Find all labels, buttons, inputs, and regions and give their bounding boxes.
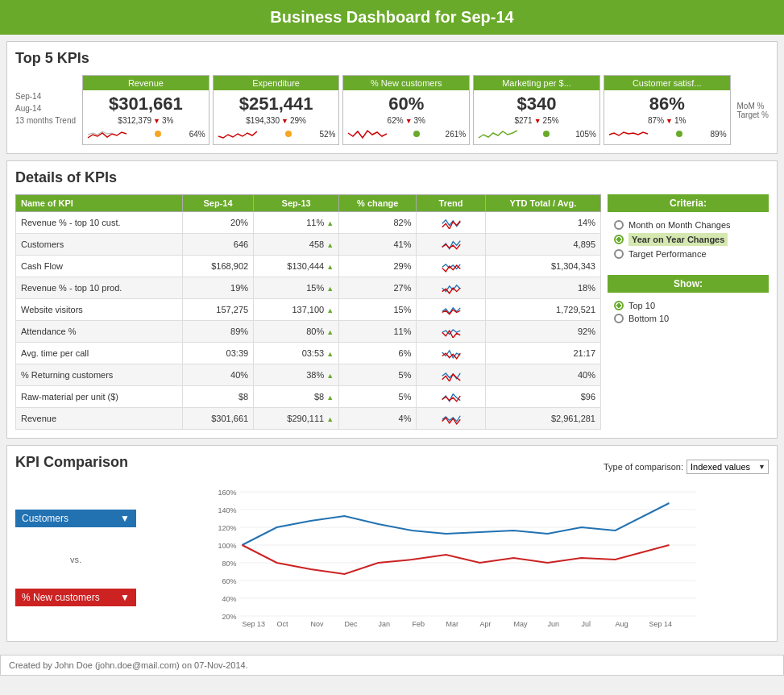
chart-left: Customers ▼ vs. % New customers ▼ <box>15 485 136 606</box>
arrow-down-expenditure: ▼ <box>281 117 288 125</box>
svg-text:100%: 100% <box>218 542 236 550</box>
top-kpis-section: Top 5 KPIs Sep-14 Aug-14 13 months Trend… <box>6 41 778 154</box>
svg-text:20%: 20% <box>222 613 236 621</box>
th-sep13: Sep-13 <box>254 195 339 212</box>
kpi-value-expenditure: $251,441 <box>217 94 336 114</box>
kpi-sub-new-customers: 62% ▼ 3% <box>346 116 466 125</box>
sparkline-expenditure <box>217 127 257 141</box>
kpi-card-expenditure: Expenditure $251,441 $194,330 ▼ 29% 52% <box>213 75 340 145</box>
top-kpis-title: Top 5 KPIs <box>15 50 769 67</box>
arrow-down-new-customers: ▼ <box>405 117 413 125</box>
kpi-card-header-expenditure: Expenditure <box>214 76 339 90</box>
table-row: Revenue % - top 10 prod. 19% 15% ▲ 27% 1… <box>16 277 601 299</box>
table-row: Attendance % 89% 80% ▲ 11% 92% <box>16 321 601 343</box>
comparison-select[interactable]: Indexed values Absolute values <box>687 460 769 474</box>
radio-year-on-year[interactable]: Year on Year Changes <box>614 233 762 246</box>
dot-marketing <box>543 131 550 137</box>
kpi-value-marketing: $340 <box>477 94 596 114</box>
kpi-table-wrap: Name of KPI Sep-14 Sep-13 % change Trend… <box>15 194 601 430</box>
kpi-table: Name of KPI Sep-14 Sep-13 % change Trend… <box>15 194 601 430</box>
chevron-down-icon-2: ▼ <box>120 592 130 603</box>
th-name: Name of KPI <box>16 195 183 212</box>
main-container: Top 5 KPIs Sep-14 Aug-14 13 months Trend… <box>0 35 784 655</box>
label-aug14: Aug-14 <box>15 104 76 113</box>
table-row: Cash Flow $168,902 $130,444 ▲ 29% $1,304… <box>16 256 601 277</box>
kpi-card-header-new-customers: % New customers <box>343 76 469 90</box>
dot-new-customers <box>413 131 420 137</box>
chart-area: Customers ▼ vs. % New customers ▼ 160% 1… <box>15 485 769 633</box>
svg-text:Dec: Dec <box>345 620 359 628</box>
kpi-comparison-section: KPI Comparison Type of comparison: Index… <box>6 445 778 642</box>
kpi-card-revenue: Revenue $301,661 $312,379 ▼ 3% 64% <box>82 75 209 145</box>
label-yoy-option: Year on Year Changes <box>628 233 728 246</box>
customers-label: Customers <box>22 513 68 524</box>
radio-target-performance[interactable]: Target Performance <box>614 249 762 259</box>
header-title: Business Dashboard for Sep-14 <box>270 8 513 26</box>
svg-text:Sep 14: Sep 14 <box>649 620 673 628</box>
svg-text:120%: 120% <box>218 524 236 532</box>
kpi-trend-satisfaction: 89% <box>608 127 727 141</box>
comparison-header-row: KPI Comparison Type of comparison: Index… <box>15 454 769 479</box>
dot-revenue <box>155 131 161 137</box>
kpi-card-marketing: Marketing per $... $340 $271 ▼ 25% 105% <box>473 75 600 145</box>
svg-text:40%: 40% <box>222 595 236 603</box>
label-mom: MoM % <box>737 102 769 110</box>
kpi-value-satisfaction: 86% <box>608 94 727 114</box>
kpi-sub-expenditure: $194,330 ▼ 29% <box>217 116 336 125</box>
details-container: Name of KPI Sep-14 Sep-13 % change Trend… <box>15 194 769 430</box>
svg-text:Jun: Jun <box>548 620 560 628</box>
table-row: Raw-material per unit ($) $8 $8 ▲ 5% $96 <box>16 386 601 408</box>
svg-text:May: May <box>514 620 529 628</box>
svg-text:Mar: Mar <box>446 620 459 628</box>
comparison-chart: 160% 140% 120% 100% 80% 60% 40% 20% <box>143 485 769 630</box>
table-row: Avg. time per call 03:39 03:53 ▲ 6% 21:1… <box>16 343 601 364</box>
sparkline-marketing <box>477 127 517 141</box>
kpi-sub-revenue: $312,379 ▼ 3% <box>86 116 205 125</box>
kpi-sub-satisfaction: 87% ▼ 1% <box>608 116 727 125</box>
sparkline-satisfaction <box>608 127 648 141</box>
chart-right: 160% 140% 120% 100% 80% 60% 40% 20% <box>143 485 769 633</box>
radio-circle-mom <box>614 220 624 230</box>
radio-bottom10[interactable]: Bottom 10 <box>614 314 762 323</box>
label-sep14: Sep-14 <box>15 92 76 101</box>
kpi-right-labels: MoM % Target % <box>737 102 769 119</box>
table-row: Revenue $301,661 $290,111 ▲ 4% $2,961,28… <box>16 408 601 430</box>
arrow-down-marketing: ▼ <box>534 117 541 125</box>
table-row: Revenue % - top 10 cust. 20% 11% ▲ 82% 1… <box>16 212 601 234</box>
comparison-title: KPI Comparison <box>15 454 128 471</box>
chevron-down-icon: ▼ <box>120 513 130 524</box>
show-options: Top 10 Bottom 10 <box>608 298 769 330</box>
footer-text: Created by John Doe (john.doe@mail.com) … <box>9 660 248 670</box>
label-target: Target % <box>737 110 769 119</box>
svg-text:160%: 160% <box>218 489 236 497</box>
kpi-cards-container: Sep-14 Aug-14 13 months Trend Revenue $3… <box>15 75 769 145</box>
kpi-card-customer-satisfaction: Customer satisf... 86% 87% ▼ 1% 89% <box>604 75 731 145</box>
arrow-down-satisfaction: ▼ <box>666 117 673 125</box>
svg-text:Apr: Apr <box>480 620 492 628</box>
kpi-card-header-marketing: Marketing per $... <box>474 76 599 90</box>
page-header: Business Dashboard for Sep-14 <box>0 0 784 35</box>
radio-month-on-month[interactable]: Month on Month Changes <box>614 220 762 230</box>
kpi-card-header-satisfaction: Customer satisf... <box>604 76 730 90</box>
svg-text:Oct: Oct <box>277 620 289 628</box>
radio-top10[interactable]: Top 10 <box>614 301 762 310</box>
table-row: Customers 646 458 ▲ 41% 4,895 <box>16 234 601 256</box>
label-mom-option: Month on Month Changes <box>628 220 731 230</box>
kpi-left-labels: Sep-14 Aug-14 13 months Trend <box>15 92 76 128</box>
radio-circle-top10 <box>614 301 624 310</box>
new-customers-label: % New customers <box>22 592 100 603</box>
svg-text:Nov: Nov <box>311 620 325 628</box>
chart-label-customers[interactable]: Customers ▼ <box>15 510 136 527</box>
table-row: % Returning customers 40% 38% ▲ 5% 40% <box>16 364 601 386</box>
kpi-value-new-customers: 60% <box>346 94 466 114</box>
kpi-cards: Revenue $301,661 $312,379 ▼ 3% 64% <box>82 75 730 145</box>
label-bottom10: Bottom 10 <box>628 314 669 323</box>
svg-text:Jul: Jul <box>582 620 591 628</box>
radio-circle-target <box>614 249 624 259</box>
th-sep14: Sep-14 <box>183 195 254 212</box>
criteria-box: Criteria: Month on Month Changes Year on… <box>608 194 769 430</box>
select-wrapper[interactable]: Indexed values Absolute values <box>687 460 769 474</box>
radio-circle-bottom10 <box>614 314 624 323</box>
chart-label-new-customers[interactable]: % New customers ▼ <box>15 589 136 606</box>
label-top10: Top 10 <box>628 301 655 310</box>
